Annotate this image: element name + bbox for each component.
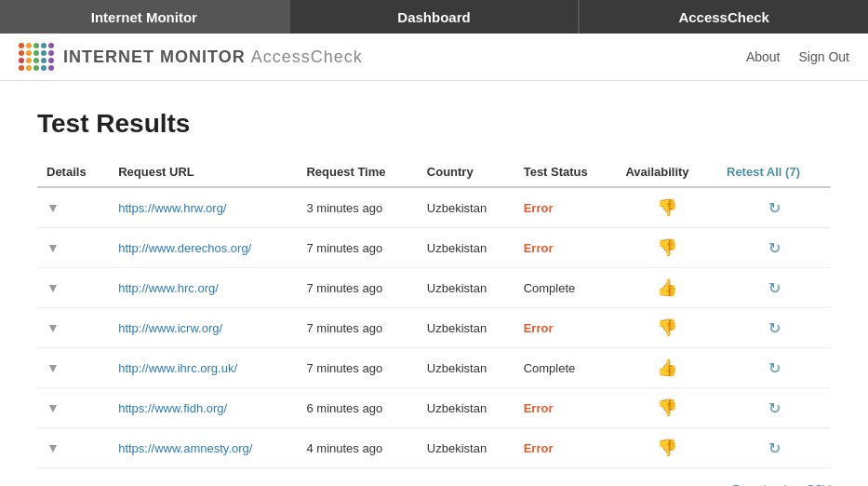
thumbs-down-icon[interactable]: 👎 [657,238,677,257]
col-status: Test Status [514,157,617,187]
url-link[interactable]: https://www.hrw.org/ [118,201,226,215]
request-time: 7 minutes ago [297,268,417,308]
table-row: ▼https://www.fidh.org/6 minutes agoUzbek… [37,388,831,428]
availability-indicator[interactable]: 👎 [616,228,717,268]
logo-grid-icon [19,43,54,71]
country: Uzbekistan [418,348,514,388]
test-status: Error [514,388,617,428]
thumbs-up-icon[interactable]: 👍 [657,358,677,377]
results-table: Details Request URL Request Time Country… [37,157,831,468]
test-status: Error [514,228,617,268]
table-row: ▼http://www.ihrc.org.uk/7 minutes agoUzb… [37,348,831,388]
main-content: Test Results Details Request URL Request… [0,81,868,486]
header-bar: INTERNET MONITOR AccessCheck About Sign … [0,34,868,81]
request-time: 7 minutes ago [297,348,417,388]
retest-icon[interactable]: ↻ [768,439,781,457]
thumbs-down-icon[interactable]: 👎 [657,398,677,417]
table-row: ▼https://www.amnesty.org/4 minutes agoUz… [37,428,831,468]
page-title: Test Results [37,109,831,139]
url-link[interactable]: http://www.derechos.org/ [118,241,251,255]
nav-internet-monitor[interactable]: Internet Monitor [0,0,288,34]
country: Uzbekistan [418,187,514,228]
thumbs-down-icon[interactable]: 👎 [657,198,677,217]
country: Uzbekistan [418,428,514,468]
availability-indicator[interactable]: 👍 [616,268,717,308]
col-url: Request URL [109,157,297,187]
retest-all-button[interactable]: Retest All (7) [717,157,831,187]
nav-dashboard[interactable]: Dashboard [290,0,579,34]
expand-row-icon[interactable]: ▼ [47,280,60,295]
retest-icon[interactable]: ↻ [768,239,781,257]
availability-indicator[interactable]: 👎 [616,388,717,428]
table-row: ▼https://www.hrw.org/3 minutes agoUzbeki… [37,187,831,228]
retest-icon[interactable]: ↻ [768,359,781,377]
test-status: Error [514,187,617,228]
url-link[interactable]: http://www.icrw.org/ [118,321,222,335]
retest-icon[interactable]: ↻ [768,279,781,297]
col-country: Country [418,157,514,187]
retest-icon[interactable]: ↻ [768,199,781,217]
request-time: 3 minutes ago [297,187,417,228]
availability-indicator[interactable]: 👍 [616,348,717,388]
request-time: 4 minutes ago [297,428,417,468]
logo-text: INTERNET MONITOR AccessCheck [63,47,363,67]
expand-row-icon[interactable]: ▼ [47,200,60,215]
request-time: 7 minutes ago [297,228,417,268]
country: Uzbekistan [418,268,514,308]
table-row: ▼http://www.derechos.org/7 minutes agoUz… [37,228,831,268]
expand-row-icon[interactable]: ▼ [47,240,60,255]
top-nav: Internet Monitor Dashboard AccessCheck [0,0,868,34]
thumbs-down-icon[interactable]: 👎 [657,439,677,457]
availability-indicator[interactable]: 👎 [616,308,717,348]
table-row: ▼http://www.icrw.org/7 minutes agoUzbeki… [37,308,831,348]
url-link[interactable]: http://www.ihrc.org.uk/ [118,361,237,375]
request-time: 7 minutes ago [297,308,417,348]
col-time: Request Time [297,157,417,187]
expand-row-icon[interactable]: ▼ [47,440,60,455]
about-link[interactable]: About [746,49,781,64]
thumbs-down-icon[interactable]: 👎 [657,318,677,337]
retest-icon[interactable]: ↻ [768,399,781,417]
test-status: Error [514,428,617,468]
url-link[interactable]: http://www.hrc.org/ [118,281,219,295]
test-status: Complete [514,348,617,388]
url-link[interactable]: https://www.fidh.org/ [118,401,227,415]
col-availability: Availability [616,157,717,187]
test-status: Complete [514,268,617,308]
expand-row-icon[interactable]: ▼ [47,400,60,415]
expand-row-icon[interactable]: ▼ [47,360,60,375]
col-details: Details [37,157,109,187]
country: Uzbekistan [418,308,514,348]
availability-indicator[interactable]: 👎 [616,187,717,228]
url-link[interactable]: https://www.amnesty.org/ [118,441,252,455]
sign-out-link[interactable]: Sign Out [799,49,849,64]
header-logo: INTERNET MONITOR AccessCheck [19,43,363,71]
table-row: ▼http://www.hrc.org/7 minutes agoUzbekis… [37,268,831,308]
test-status: Error [514,308,617,348]
expand-row-icon[interactable]: ▼ [47,320,60,335]
download-csv-link[interactable]: Download as CSV [37,482,831,486]
header-links: About Sign Out [746,49,849,64]
country: Uzbekistan [418,388,514,428]
retest-icon[interactable]: ↻ [768,319,781,337]
table-header-row: Details Request URL Request Time Country… [37,157,831,187]
nav-accesscheck[interactable]: AccessCheck [580,0,868,34]
request-time: 6 minutes ago [297,388,417,428]
availability-indicator[interactable]: 👎 [616,428,717,468]
country: Uzbekistan [418,228,514,268]
thumbs-up-icon[interactable]: 👍 [657,278,677,297]
